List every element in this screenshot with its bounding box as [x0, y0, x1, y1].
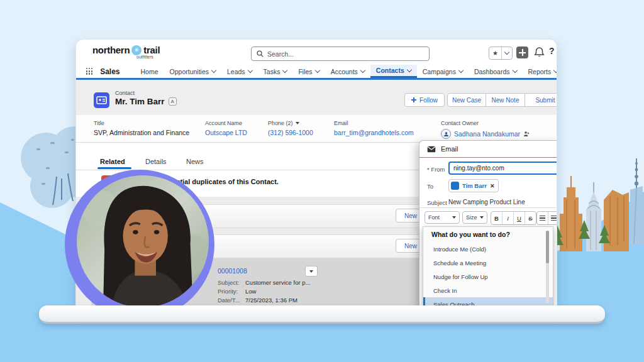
numbered-list-icon[interactable] [548, 212, 557, 224]
global-actions-button[interactable] [516, 47, 528, 58]
account-link[interactable]: Outscape LTD [205, 129, 247, 136]
field-account-name: Account Name Outscape LTD [205, 120, 247, 136]
strikethrough-button[interactable]: S [525, 212, 536, 224]
search-placeholder: Search... [267, 50, 294, 58]
list-button-group [536, 211, 557, 225]
record-name-text: Mr. Tim Barr [115, 97, 165, 106]
size-select[interactable]: Size [462, 211, 487, 224]
record-name: Mr. Tim Barr A [115, 97, 177, 106]
menu-scrollbar-thumb[interactable] [546, 231, 549, 263]
tab-tasks[interactable]: Tasks [258, 65, 293, 78]
chevron-down-icon [360, 68, 365, 73]
owner-avatar [441, 129, 451, 139]
quick-text-menu-header: What do you want to do? [423, 227, 553, 242]
search-icon [257, 50, 264, 57]
case-date-value: 7/25/2023, 1:36 PM [245, 297, 297, 304]
tab-home[interactable]: Home [135, 65, 164, 78]
logo-word-3: outfitters [136, 55, 153, 59]
chevron-down-icon [504, 50, 509, 55]
app-navigation: Sales Home Opportunities Leads Tasks Fil… [76, 65, 557, 78]
field-phone: Phone (2) (312) 596-1000 [268, 120, 313, 136]
notifications-bell-icon[interactable] [534, 47, 545, 58]
tab-contacts[interactable]: Contacts [370, 65, 417, 78]
hierarchy-badge[interactable]: A [169, 97, 177, 106]
case-subject-link[interactable]: Customer service for p... [245, 279, 310, 286]
tab-reports[interactable]: Reports [523, 65, 557, 78]
divider [419, 207, 557, 208]
news-tab[interactable]: News [186, 158, 204, 165]
new-note-button[interactable]: New Note [486, 93, 525, 107]
menu-item-check-in[interactable]: Check In [423, 283, 553, 297]
bold-button[interactable]: B [491, 212, 502, 224]
subject-value[interactable]: New Camping Product Line [448, 199, 525, 206]
font-select[interactable]: Font [425, 211, 460, 224]
favorites-caret[interactable] [502, 47, 512, 59]
active-tab-underline [97, 167, 131, 169]
chevron-down-icon [314, 68, 319, 73]
chevron-down-icon [512, 68, 517, 73]
field-email: Email barr_tim@grandhotels.com [334, 120, 414, 136]
menu-scrollbar[interactable] [546, 231, 549, 303]
menu-item-introduce-me[interactable]: Introduce Me (Cold) [423, 242, 553, 256]
case-number-link[interactable]: 00001008 [218, 267, 247, 275]
globe-icon: ✳ [131, 45, 142, 55]
format-button-group: B I U S [491, 211, 536, 225]
from-input[interactable]: ning.tay@nto.com [448, 162, 557, 175]
remove-recipient-icon[interactable]: ✕ [490, 183, 495, 189]
tab-opportunities[interactable]: Opportunities [164, 65, 221, 78]
presenter-photo-image [77, 175, 209, 307]
email-link[interactable]: barr_tim@grandhotels.com [334, 129, 414, 136]
logo-word-2: trail [143, 45, 160, 55]
case-priority-value: Low [245, 288, 256, 295]
menu-item-schedule-meeting[interactable]: Schedule a Meeting [423, 256, 553, 270]
tab-campaigns[interactable]: Campaigns [417, 65, 469, 78]
email-composer-header[interactable]: Email [419, 141, 557, 158]
tab-files[interactable]: Files [292, 65, 325, 78]
owner-link[interactable]: Sadhana Nandakumar [454, 130, 520, 138]
record-entity-label: Contact [115, 90, 135, 96]
from-label: * From [427, 166, 445, 173]
one-world-trade [629, 158, 644, 245]
caret-down-icon [296, 122, 299, 124]
app-launcher-icon[interactable] [86, 68, 92, 75]
caret-down-icon [309, 270, 313, 273]
chevron-down-icon [282, 68, 287, 73]
case-subject-label: Subject: [218, 279, 239, 286]
new-case-button[interactable]: New Case [447, 93, 486, 107]
laptop-base [39, 305, 605, 324]
caret-down-icon [480, 216, 484, 219]
recipient-pill[interactable]: Tim Barr ✕ [448, 179, 499, 192]
case-date-label: Date/T... [218, 297, 240, 304]
presenter-photo [65, 170, 214, 319]
case-priority-label: Priority: [218, 288, 238, 295]
tab-accounts[interactable]: Accounts [325, 65, 370, 78]
chevron-down-icon [211, 68, 216, 73]
field-title: Title SVP, Administration and Finance [94, 120, 189, 136]
underline-button[interactable]: U [513, 212, 525, 224]
record-action-group: New Case New Note Submit fo [447, 93, 557, 107]
recipient-name: Tim Barr [462, 182, 487, 189]
details-tab[interactable]: Details [145, 158, 167, 165]
submit-for-approval-button[interactable]: Submit fo [525, 93, 557, 107]
contact-pill-icon [451, 182, 459, 190]
italic-button[interactable]: I [502, 212, 513, 224]
bulleted-list-icon[interactable] [537, 212, 548, 224]
change-owner-icon[interactable] [523, 131, 530, 137]
help-icon[interactable]: ? [549, 46, 555, 56]
favorites-button[interactable]: ★ [489, 47, 513, 60]
case-row-actions-button[interactable] [305, 266, 318, 277]
scene: northern ✳ trail outfitters Search... ★ … [0, 0, 644, 362]
follow-button[interactable]: Follow [404, 93, 445, 107]
global-search-input[interactable]: Search... [251, 47, 430, 61]
phone-link[interactable]: (312) 596-1000 [268, 129, 313, 136]
tab-dashboards[interactable]: Dashboards [469, 65, 523, 78]
email-composer: Email * From ning.tay@nto.com To Tim Bar… [419, 140, 557, 309]
chevron-down-icon [407, 67, 412, 72]
tab-leads[interactable]: Leads [221, 65, 258, 78]
chrysler-building [586, 182, 601, 251]
empire-state-building [560, 176, 582, 251]
email-composer-title: Email [441, 145, 458, 153]
field-contact-owner: Contact Owner Sadhana Nandakumar [441, 120, 530, 139]
menu-item-nudge-follow-up[interactable]: Nudge for Follow Up [423, 270, 553, 283]
related-tab[interactable]: Related [100, 158, 125, 165]
